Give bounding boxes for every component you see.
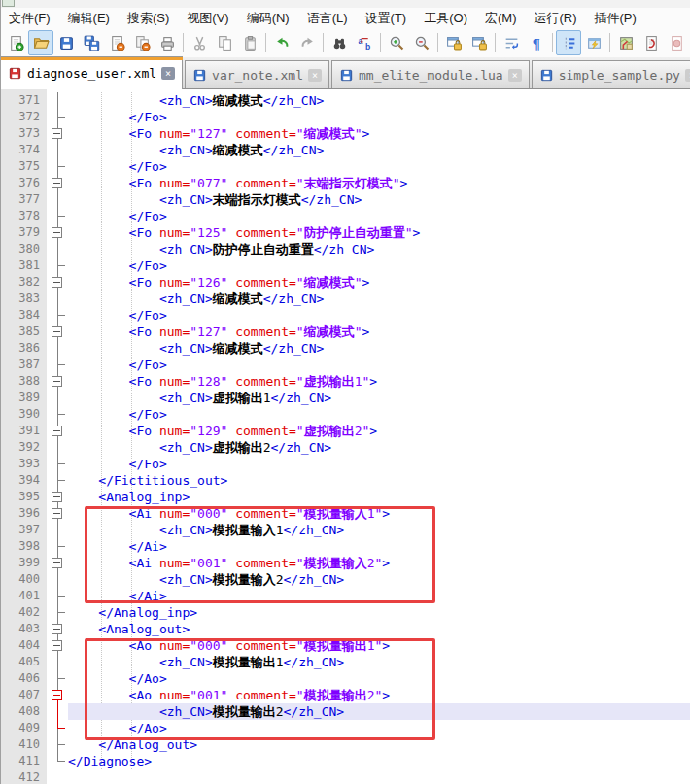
sync-vertical-scroll-button[interactable]	[441, 30, 466, 55]
code-line-text[interactable]: <Ao num="000" comment="模拟量输出1">	[68, 637, 690, 654]
menu-item-plugins[interactable]: 插件(P)	[586, 8, 645, 29]
code-line-text[interactable]: </Fo>	[68, 456, 690, 472]
print-button[interactable]	[155, 30, 180, 55]
menu-item-run[interactable]: 运行(R)	[525, 8, 585, 29]
cut-button[interactable]	[187, 30, 212, 55]
code-line-text[interactable]: </Fo>	[68, 406, 690, 423]
code-line-text[interactable]: </Ai>	[68, 588, 690, 604]
user-defined-dialog-button[interactable]	[581, 30, 606, 55]
menu-item-search[interactable]: 搜索(S)	[119, 8, 178, 29]
fold-collapse-marker[interactable]	[47, 687, 68, 703]
zoom-out-button[interactable]	[409, 30, 434, 55]
fold-collapse-marker[interactable]	[47, 373, 68, 390]
start-recording-button[interactable]	[664, 30, 689, 55]
code-line-text[interactable]: </Ao>	[68, 670, 690, 687]
fold-collapse-marker[interactable]	[47, 175, 68, 191]
code-line-text[interactable]: <Fo num="128" comment="虚拟输出1">	[68, 373, 690, 390]
redo-button[interactable]	[294, 30, 320, 55]
replace-button[interactable]: ab	[352, 30, 377, 55]
menu-item-settings[interactable]: 设置(T)	[357, 8, 416, 29]
show-all-characters-button[interactable]: ¶	[524, 30, 549, 55]
fold-collapse-marker[interactable]	[47, 555, 68, 571]
fold-collapse-marker[interactable]	[47, 423, 68, 439]
code-line-text[interactable]: <zh_CN>模拟量输入1</zh_CN>	[68, 522, 690, 538]
fold-collapse-marker[interactable]	[47, 224, 68, 241]
show-indent-guide-button[interactable]	[556, 30, 581, 55]
word-wrap-button[interactable]	[499, 30, 524, 55]
new-file-button[interactable]	[3, 30, 28, 55]
code-line-text[interactable]: <Fo num="125" comment="防护停止自动重置">	[68, 224, 690, 241]
code-line-text[interactable]: </Analog_out>	[68, 736, 690, 753]
editor[interactable]: 371 <zh_CN>缩减模式</zh_CN>372 </Fo>373 <Fo …	[0, 89, 690, 784]
code-line-text[interactable]: <zh_CN>缩减模式</zh_CN>	[68, 92, 690, 109]
fold-collapse-marker[interactable]	[47, 274, 68, 290]
fold-collapse-marker[interactable]	[47, 637, 68, 654]
fold-collapse-marker[interactable]	[47, 324, 68, 340]
find-button[interactable]	[327, 30, 352, 55]
code-line-text[interactable]: </Fo>	[68, 158, 690, 175]
code-line-text[interactable]: </Fictitious_out>	[68, 472, 690, 489]
code-line-text[interactable]: <zh_CN>模拟量输出2</zh_CN>	[68, 703, 690, 720]
tab-diagnose-user-xml[interactable]: diagnose_user.xml×	[0, 56, 183, 89]
code-line-text[interactable]: </Fo>	[68, 357, 690, 373]
code-line-text[interactable]: <Fo num="077" comment="末端指示灯模式">	[68, 175, 690, 191]
code-line-text[interactable]: </Fo>	[68, 109, 690, 125]
save-all-button[interactable]	[79, 30, 104, 55]
code-line-text[interactable]	[68, 769, 690, 784]
save-file-button[interactable]	[53, 30, 79, 55]
code-line-text[interactable]: <zh_CN>防护停止自动重置</zh_CN>	[68, 241, 690, 257]
tab-close-icon[interactable]: ×	[308, 69, 322, 82]
close-file-button[interactable]	[104, 30, 129, 55]
tab-mm-elite-module-lua[interactable]: mm_elite_module.lua×	[331, 60, 530, 89]
code-line-text[interactable]: <zh_CN>虚拟输出2</zh_CN>	[68, 439, 690, 456]
copy-button[interactable]	[212, 30, 237, 55]
code-line-text[interactable]: <zh_CN>缩减模式</zh_CN>	[68, 340, 690, 357]
code-line-text[interactable]: </Diagnose>	[68, 753, 690, 769]
menu-item-view[interactable]: 视图(V)	[178, 8, 237, 29]
code-line-text[interactable]: <zh_CN>末端指示灯模式</zh_CN>	[68, 191, 690, 208]
code-line-text[interactable]: <Fo num="126" comment="缩减模式">	[68, 274, 690, 290]
fold-collapse-marker[interactable]	[47, 125, 68, 142]
tab-simple-sample-py[interactable]: simple_sample.py×	[532, 60, 690, 89]
menu-item-tools[interactable]: 工具(O)	[415, 8, 476, 29]
menu-item-edit[interactable]: 编辑(E)	[59, 8, 119, 29]
code-line-text[interactable]: <zh_CN>缩减模式</zh_CN>	[68, 142, 690, 158]
code-line-text[interactable]: <Fo num="127" comment="缩减模式">	[68, 125, 690, 142]
tab-var-note-xml[interactable]: var_note.xml×	[185, 60, 329, 89]
fold-collapse-marker[interactable]	[47, 621, 68, 637]
tab-close-icon[interactable]: ×	[161, 67, 175, 80]
code-line-text[interactable]: <Ai num="000" comment="模拟量输入1">	[68, 505, 690, 522]
document-map-button[interactable]	[613, 30, 638, 55]
code-line-text[interactable]: </Ao>	[68, 720, 690, 736]
fold-collapse-marker[interactable]	[47, 489, 68, 505]
code-line-text[interactable]: <Ai num="001" comment="模拟量输入2">	[68, 555, 690, 571]
code-line-text[interactable]: <zh_CN>模拟量输出1</zh_CN>	[68, 654, 690, 670]
code-line-text[interactable]: <zh_CN>缩减模式</zh_CN>	[68, 290, 690, 307]
tab-close-icon[interactable]: ×	[508, 69, 522, 82]
code-line-text[interactable]: </Fo>	[68, 307, 690, 324]
tab-close-icon[interactable]: ×	[685, 69, 690, 82]
undo-button[interactable]	[269, 30, 294, 55]
code-line-text[interactable]: <zh_CN>虚拟输出1</zh_CN>	[68, 390, 690, 406]
code-line-text[interactable]: </Analog_inp>	[68, 604, 690, 621]
code-line-text[interactable]: <Analog_out>	[68, 621, 690, 637]
close-all-button[interactable]	[129, 30, 155, 55]
code-line-text[interactable]: <Fo num="127" comment="缩减模式">	[68, 324, 690, 340]
code-line-text[interactable]: </Fo>	[68, 257, 690, 274]
code-line-text[interactable]: </Ai>	[68, 538, 690, 555]
code-line-text[interactable]: <zh_CN>模拟量输入2</zh_CN>	[68, 571, 690, 588]
code-line-text[interactable]: <Ao num="001" comment="模拟量输出2">	[68, 687, 690, 703]
menu-item-file[interactable]: 文件(F)	[0, 8, 59, 29]
open-file-button[interactable]	[28, 30, 53, 55]
zoom-in-button[interactable]	[384, 30, 409, 55]
fold-collapse-marker[interactable]	[47, 505, 68, 522]
sync-horizontal-scroll-button[interactable]	[466, 30, 492, 55]
menu-item-macro[interactable]: 宏(M)	[476, 8, 526, 29]
function-list-button[interactable]	[638, 30, 664, 55]
menu-item-encoding[interactable]: 编码(N)	[238, 8, 298, 29]
menu-item-language[interactable]: 语言(L)	[298, 8, 357, 29]
code-line-text[interactable]: </Fo>	[68, 208, 690, 224]
code-line-text[interactable]: <Analog_inp>	[68, 489, 690, 505]
paste-button[interactable]	[237, 30, 262, 55]
code-line-text[interactable]: <Fo num="129" comment="虚拟输出2">	[68, 423, 690, 439]
